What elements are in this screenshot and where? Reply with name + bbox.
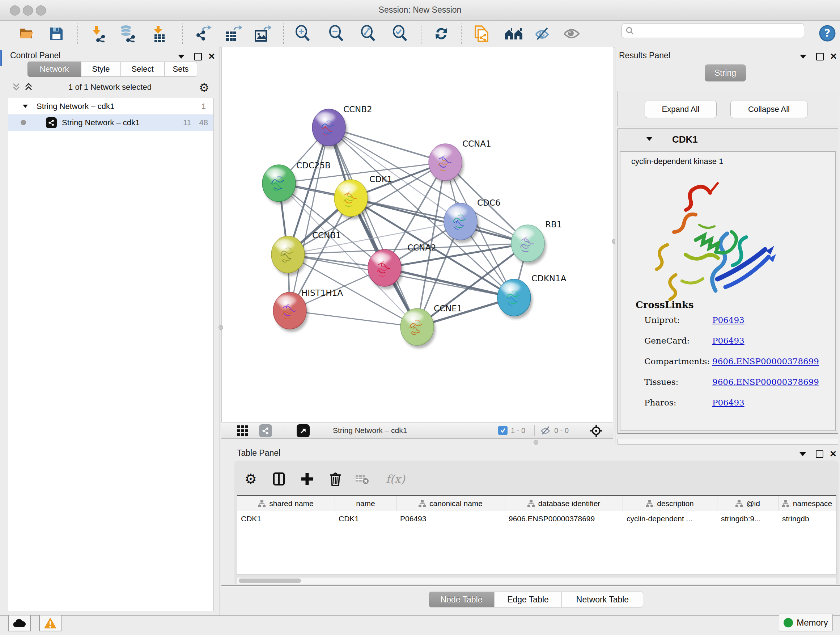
window-title: Session: New Session	[0, 5, 840, 15]
table-row[interactable]: CDK1CDK1P064939606.ENSP00000378699cyclin…	[237, 511, 836, 526]
network-tree-root-row[interactable]: String Network – cdk1 1	[8, 98, 213, 114]
import-network-file-button[interactable]	[89, 24, 108, 43]
column-header-@id[interactable]: @id	[717, 496, 778, 511]
column-header-name[interactable]: name	[335, 496, 396, 511]
network-edge-CCNA2-CDKN1A[interactable]	[385, 268, 514, 298]
network-node-HIST1H1A[interactable]: HIST1H1A	[273, 288, 343, 332]
table-panel-float-button[interactable]	[815, 449, 824, 459]
column-header-label: shared name	[269, 499, 314, 508]
network-edge-HIST1H1A-CCNE1[interactable]	[290, 310, 417, 327]
column-header-database-identifier[interactable]: database identifier	[505, 496, 623, 511]
zoom-fit-button[interactable]	[359, 24, 378, 43]
export-network-icon	[195, 25, 212, 42]
toolbar-divider	[421, 24, 422, 44]
results-panel-menu-button[interactable]	[798, 52, 808, 61]
tab-style[interactable]: Style	[81, 62, 121, 77]
network-view-toolbar: String Network – cdk1 1 - 0 0 - 0	[221, 422, 613, 439]
zoom-selected-button[interactable]	[391, 24, 409, 43]
export-network-button[interactable]	[194, 24, 213, 43]
results-panel-close-button[interactable]: ✕	[829, 52, 838, 61]
save-session-button[interactable]	[47, 24, 66, 43]
gear-icon[interactable]: ⚙	[199, 81, 210, 95]
tab-sets[interactable]: Sets	[164, 62, 197, 77]
entry-collapse-button[interactable]	[644, 133, 655, 144]
delete-column-button[interactable]	[327, 470, 344, 487]
crosslink-link[interactable]: P06493	[712, 398, 745, 407]
network-tree-child-row[interactable]: String Network – cdk1 11 48	[8, 114, 213, 131]
results-panel-float-button[interactable]	[815, 52, 824, 61]
hide-selected-button[interactable]	[533, 24, 552, 43]
network-node-CDC25B[interactable]: CDC25B	[262, 161, 331, 204]
apply-layout-button[interactable]	[432, 24, 451, 43]
cloud-status-button[interactable]	[8, 615, 31, 631]
network-node-RB1[interactable]: RB1	[511, 220, 562, 264]
grid-mode-button[interactable]	[237, 425, 249, 437]
table-panel: Table Panel ✕ ⚙	[221, 445, 840, 612]
network-node-CDK1[interactable]: CDK1	[334, 174, 393, 219]
collapse-all-chevron-icon[interactable]	[11, 83, 21, 92]
select-columns-button[interactable]	[271, 470, 287, 487]
import-network-database-button[interactable]	[118, 24, 137, 43]
search-input[interactable]	[637, 26, 804, 35]
memory-button[interactable]: Memory	[779, 614, 833, 631]
selected-checkbox-icon[interactable]	[498, 426, 508, 435]
splitter-handle-left[interactable]	[218, 325, 223, 330]
control-panel-float-button[interactable]	[193, 52, 202, 61]
control-panel: Control Panel ✕ Network Style Select Set…	[0, 47, 220, 616]
help-button[interactable]: ?	[819, 25, 836, 42]
tab-node-table[interactable]: Node Table	[429, 592, 494, 608]
export-table-button[interactable]	[224, 24, 243, 43]
tab-edge-table[interactable]: Edge Table	[494, 592, 562, 608]
crosslink-link[interactable]: 9606.ENSP00000378699	[712, 356, 819, 366]
tab-network-table[interactable]: Network Table	[562, 592, 643, 608]
column-type-icon	[418, 500, 426, 507]
control-panel-menu-button[interactable]	[177, 52, 186, 61]
splitter-handle-bottom[interactable]	[534, 440, 538, 445]
tab-string[interactable]: String	[705, 65, 746, 81]
birdseye-button[interactable]	[589, 424, 603, 438]
zoom-in-button[interactable]	[294, 24, 312, 43]
tab-select[interactable]: Select	[121, 62, 164, 77]
network-node-CCNE1[interactable]: CCNE1	[401, 304, 462, 348]
crosslink-link[interactable]: P06493	[712, 336, 745, 345]
columns-icon	[273, 472, 285, 486]
column-header-shared-name[interactable]: shared name	[237, 496, 335, 511]
network-node-CDKN1A[interactable]: CDKN1A	[497, 274, 567, 319]
tab-network[interactable]: Network	[27, 62, 81, 77]
show-hidden-button[interactable]	[562, 24, 581, 43]
column-header-namespace[interactable]: namespace	[778, 496, 836, 511]
network-node-CDC6[interactable]: CDC6	[444, 198, 500, 243]
delete-table-button	[354, 470, 370, 487]
show-all-networks-button[interactable]	[504, 24, 523, 43]
crosslink-link[interactable]: 9606.ENSP00000378699	[712, 377, 819, 386]
horizontal-scrollbar[interactable]	[237, 577, 836, 584]
expand-all-button[interactable]: Expand All	[645, 101, 717, 118]
expand-all-chevron-icon[interactable]	[24, 83, 33, 92]
scrollbar-thumb[interactable]	[239, 578, 301, 583]
open-session-button[interactable]	[17, 24, 36, 43]
network-node-CCNB2[interactable]: CCNB2	[312, 105, 372, 149]
network-canvas[interactable]: CCNB2CCNA1CDC25BCDK1CDC6RB1CCNB1CCNA2CDK…	[221, 47, 613, 422]
add-column-button[interactable]	[299, 470, 316, 487]
network-node-CCNA1[interactable]: CCNA1	[429, 139, 491, 184]
table-panel-close-button[interactable]: ✕	[829, 449, 838, 459]
save-icon	[50, 27, 63, 41]
table-settings-gear-icon[interactable]: ⚙	[242, 470, 259, 487]
crosslink-link[interactable]: P06493	[712, 315, 745, 325]
open-in-window-button[interactable]	[297, 424, 309, 437]
column-header-canonical-name[interactable]: canonical name	[396, 496, 505, 511]
table-header-row: shared namenamecanonical namedatabase id…	[237, 496, 836, 511]
warnings-button[interactable]	[39, 615, 62, 631]
collapse-all-button[interactable]: Collapse All	[730, 101, 807, 118]
clone-network-button[interactable]	[472, 24, 491, 43]
table-panel-menu-button[interactable]	[798, 449, 807, 459]
import-table-button[interactable]	[150, 24, 169, 43]
tree-collapse-icon[interactable]	[23, 105, 28, 108]
node-label-CDC25B: CDC25B	[296, 161, 331, 170]
zoom-out-button[interactable]	[327, 24, 346, 43]
string-view-button[interactable]	[259, 424, 272, 437]
export-image-button[interactable]	[253, 24, 272, 43]
hidden-eye-icon[interactable]	[540, 425, 552, 435]
column-header-description[interactable]: description	[623, 496, 717, 511]
control-panel-close-button[interactable]: ✕	[207, 52, 216, 61]
